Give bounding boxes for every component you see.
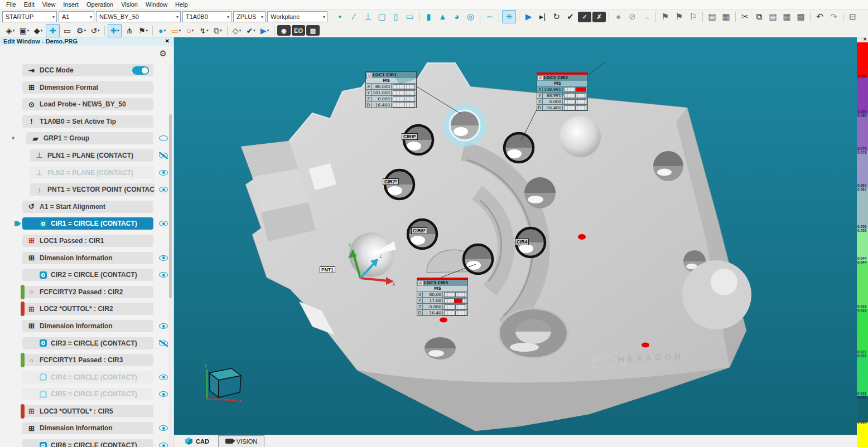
close-icon[interactable]: ✕ — [863, 37, 867, 42]
command-box[interactable]: ⇥ DCC Mode — [22, 64, 153, 76]
command-box[interactable]: ⊞ Dimension Format — [22, 81, 153, 94]
quick-fixture-icon[interactable]: ↯ ▾ — [197, 25, 210, 37]
cone-feature-icon[interactable]: ▲ ▾ — [436, 11, 449, 23]
command-item[interactable]: ▼ CIR2 = CIRCLE (CONTACT) — [22, 269, 153, 281]
alignment-combo[interactable]: STARTUP ▾ — [2, 11, 57, 22]
report-template-icon[interactable]: ▦ ▾ — [720, 11, 732, 23]
chevron-down-icon[interactable]: ▾ — [52, 14, 55, 20]
menu-item[interactable]: Vision — [117, 1, 142, 8]
bookmark-remove-icon[interactable]: ⚐ ▾ — [687, 11, 700, 23]
command-box[interactable]: CIR1 = CIRCLE (CONTACT) — [22, 217, 153, 230]
menu-item[interactable]: Insert — [59, 1, 83, 8]
round-slot-icon[interactable]: ▭ ▾ — [403, 11, 416, 23]
cad-viewport[interactable]: Y Z X Y X CIR8*CIR7*CIR6*CIR4PNT1 — [174, 37, 857, 435]
command-item[interactable]: ▼ ! T1A0B0 = Set Active Tip — [22, 115, 153, 128]
command-item[interactable]: ▼ ↕ PNT1 = VECTOR POINT (CONTAC — [30, 183, 153, 196]
visibility-eye-icon[interactable] — [159, 425, 168, 431]
command-box[interactable]: CIR5 = CIRCLE (CONTACT) — [22, 388, 153, 400]
command-box[interactable]: ⊥ PLN2 = PLANE (CONTACT) — [30, 167, 153, 179]
measured-circle-cir5[interactable] — [464, 245, 493, 274]
chevron-down-icon[interactable]: ▾ — [90, 14, 92, 20]
quick-feature-icon[interactable]: ⚑ ▾ — [137, 25, 150, 37]
undo-icon[interactable]: ↶ ▾ — [813, 11, 826, 23]
dropdown-caret-icon[interactable]: ▾ — [206, 28, 209, 33]
cad-model-icon[interactable]: ◆ ▾ — [32, 25, 45, 37]
loop-execute-icon[interactable]: ↻ ▾ — [550, 11, 563, 23]
menu-item[interactable]: File — [2, 1, 20, 8]
paste-special-icon[interactable]: ▦ ▾ — [780, 11, 793, 23]
probe-move-icon[interactable]: ✚ ▾ — [108, 24, 122, 37]
command-box[interactable]: ○ FCFCIRTY2 Passed : CIR2 — [22, 286, 153, 298]
cut-icon[interactable]: ✂ ▾ — [739, 11, 751, 23]
command-box[interactable]: CIR6 = CIRCLE (CONTACT) — [22, 439, 153, 447]
dimension-callout[interactable]: ⊞ LOC1 CIR1 MS X 80.000 Y 101.000 — [365, 71, 417, 108]
probe-options-icon[interactable]: ⚙ ▾ — [75, 25, 88, 37]
dropdown-caret-icon[interactable]: ▾ — [239, 28, 242, 33]
command-item[interactable]: ▼ ⊥ PLN2 = PLANE (CONTACT) — [30, 167, 153, 179]
command-box[interactable]: ⊞ Dimension Information — [22, 320, 153, 332]
dropdown-caret-icon[interactable]: ▾ — [267, 28, 269, 33]
dropdown-caret-icon[interactable]: ▾ — [220, 28, 222, 33]
tab-vision[interactable]: VISION — [218, 435, 264, 447]
feature-label[interactable]: PNT1 — [320, 266, 335, 273]
dropdown-caret-icon[interactable]: ▾ — [191, 28, 194, 33]
stop-disabled-icon[interactable]: ⊘ ▾ — [626, 11, 639, 23]
feature-label[interactable]: CIR7* — [383, 178, 399, 185]
probe-path-icon[interactable]: ⋔ ▾ — [123, 25, 136, 37]
visibility-eye-icon[interactable] — [159, 135, 168, 142]
command-item[interactable]: ▼ ⊞ Dimension Information — [22, 252, 153, 264]
view-setup-icon[interactable]: ▣ ▾ — [18, 25, 31, 37]
auto-feature-icon[interactable]: ✳ ▾ — [502, 10, 516, 23]
probe-mode-icon[interactable]: ◈ ▾ — [4, 25, 17, 37]
command-box[interactable]: ⊥ PLN1 = PLANE (CONTACT) — [30, 149, 153, 162]
dropdown-caret-icon[interactable]: ▾ — [98, 28, 100, 33]
visibility-eye-icon[interactable] — [159, 323, 168, 329]
visibility-eye-icon[interactable] — [159, 442, 168, 447]
tab-cad[interactable]: CAD — [179, 436, 216, 447]
command-item[interactable]: ▼ CIR4 = CIRCLE (CONTACT) — [22, 371, 153, 383]
point-feature-icon[interactable]: • ▾ — [334, 11, 346, 23]
scrollbar-thumb[interactable] — [169, 114, 172, 298]
print-icon[interactable]: ⊟ ▾ — [846, 11, 859, 23]
chevron-down-icon[interactable]: ▾ — [261, 14, 263, 20]
circle-gage-icon[interactable]: ○ ▾ — [184, 25, 196, 37]
chevron-down-icon[interactable]: ▾ — [176, 14, 179, 20]
command-item[interactable]: ▼ CIR6 = CIRCLE (CONTACT) — [22, 439, 153, 447]
copy-icon[interactable]: ⧉ ▾ — [753, 11, 765, 23]
gage-scan-icon[interactable]: ◇ ▾ — [230, 25, 243, 37]
command-item[interactable]: ▼ ⊞ LOC2 *OUTTOL* : CIR2 — [22, 303, 153, 315]
command-item[interactable]: ▼ ⊞ Dimension Information — [22, 320, 153, 332]
cylinder-feature-icon[interactable]: ▮ ▾ — [422, 11, 435, 23]
command-item[interactable]: ▼ ▰ GRP1 = Group — [26, 132, 153, 144]
comment-icon[interactable]: ▭ ▾ — [61, 25, 74, 37]
histogram-view-icon[interactable]: ▥ ▾ — [306, 25, 320, 36]
dcc-mode-toggle[interactable] — [132, 66, 149, 75]
curve-feature-icon[interactable]: ∼ ▾ — [483, 11, 496, 23]
rectangle-gage-icon[interactable]: ▭ ▾ — [170, 25, 182, 37]
plane-feature-icon[interactable]: ⊥ ▾ — [361, 11, 374, 23]
circle-feature-icon[interactable]: ▢ ▾ — [375, 11, 388, 23]
command-item[interactable]: ▼ ⇥ DCC Mode — [22, 64, 153, 76]
visibility-eye-icon[interactable] — [159, 152, 168, 159]
menu-item[interactable]: Help — [171, 1, 192, 8]
dropdown-caret-icon[interactable]: ▾ — [117, 28, 119, 33]
report-icon[interactable]: ▤ ▾ — [706, 11, 718, 23]
verify-program-icon[interactable]: ✓ ▾ — [578, 12, 591, 22]
measured-circle-cir1-highlighted[interactable] — [446, 107, 483, 144]
command-box[interactable]: CIR4 = CIRCLE (CONTACT) — [22, 371, 153, 383]
command-box[interactable]: CIR2 = CIRCLE (CONTACT) — [22, 269, 153, 281]
stop-icon[interactable]: ● ▾ — [612, 11, 625, 23]
command-box[interactable]: ↕ PNT1 = VECTOR POINT (CONTAC — [30, 183, 155, 196]
visibility-eye-icon[interactable] — [159, 255, 168, 261]
close-icon[interactable]: ✕ — [165, 38, 170, 44]
axis-combo[interactable]: A1 ▾ — [59, 11, 94, 22]
probe-combo[interactable]: NEW5_BY_50 ▾ — [96, 11, 181, 22]
camera-icon[interactable]: ◉ ▾ — [277, 25, 291, 36]
square-slot-icon[interactable]: ▯ ▾ — [389, 11, 402, 23]
feature-label[interactable]: CIR6* — [411, 227, 427, 234]
visibility-eye-icon[interactable] — [159, 186, 168, 193]
dropdown-caret-icon[interactable]: ▾ — [84, 28, 86, 33]
execute-from-cursor-icon[interactable]: ▸| ▾ — [536, 11, 549, 23]
dimension-callout[interactable]: ⊞ LOC3 CIR5 MS X 80.00 Y 17.00 — [417, 278, 468, 316]
dropdown-caret-icon[interactable]: ▾ — [179, 28, 181, 33]
